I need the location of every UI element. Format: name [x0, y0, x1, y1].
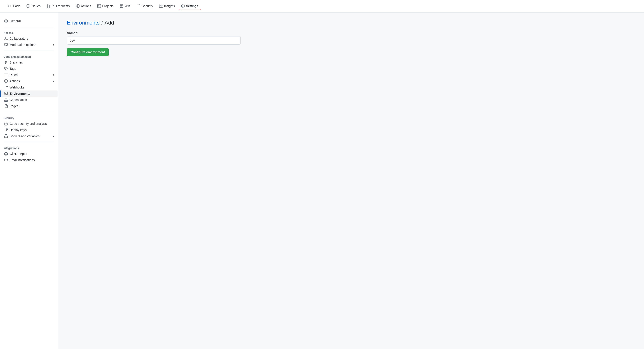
sidebar-item-github-apps[interactable]: GitHub Apps: [0, 151, 58, 157]
sidebar-divider-4: [4, 142, 54, 142]
nav-item-pull-requests[interactable]: Pull requests: [44, 2, 72, 10]
sidebar-label-deploy-keys: Deploy keys: [10, 128, 54, 132]
code-icon: [8, 4, 12, 8]
environments-icon: [4, 92, 8, 96]
actions-nav-icon: [76, 4, 80, 8]
nav-item-security[interactable]: Security: [134, 2, 156, 10]
sidebar-label-general: General: [10, 19, 54, 23]
sidebar-item-actions-sidebar[interactable]: Actions ▾: [0, 78, 58, 84]
codesecurity-icon: [4, 122, 8, 126]
breadcrumb: Environments / Add: [67, 20, 635, 26]
sidebar-item-pages[interactable]: Pages: [0, 103, 58, 109]
sidebar-item-deploy-keys[interactable]: Deploy keys: [0, 127, 58, 133]
top-nav: Code Issues Pull requests Actions Projec…: [0, 0, 644, 12]
page-layout: General Access Collaborators Moderation …: [0, 12, 644, 349]
sidebar-label-actions: Actions: [10, 79, 51, 83]
sidebar-label-codespaces: Codespaces: [10, 98, 54, 102]
nav-label-actions: Actions: [81, 4, 91, 8]
sidebar-section-code-automation: Code and automation: [0, 54, 58, 59]
sidebar-label-github-apps: GitHub Apps: [10, 152, 54, 156]
githubapp-icon: [4, 152, 8, 156]
shield-icon: [137, 4, 140, 8]
wiki-icon: [120, 4, 123, 8]
rules-icon: [4, 73, 8, 77]
sidebar-item-collaborators[interactable]: Collaborators: [0, 36, 58, 42]
name-label: Name *: [67, 31, 635, 35]
nav-label-pull-requests: Pull requests: [52, 4, 70, 8]
sidebar-label-moderation: Moderation options: [10, 43, 51, 46]
codespaces-icon: [4, 98, 8, 102]
sidebar-label-email-notifications: Email notifications: [10, 158, 54, 162]
nav-item-code[interactable]: Code: [5, 2, 23, 10]
sidebar-section-access: Access: [0, 30, 58, 36]
comment-icon: [4, 43, 8, 46]
actions-sidebar-icon: [4, 79, 8, 83]
person-icon: [4, 37, 8, 40]
sidebar-item-rules[interactable]: Rules ▾: [0, 72, 58, 78]
nav-label-issues: Issues: [32, 4, 40, 8]
sidebar-section-integrations: Integrations: [0, 145, 58, 151]
name-input[interactable]: [67, 36, 241, 44]
sidebar-item-moderation[interactable]: Moderation options ▾: [0, 42, 58, 48]
gear-sidebar-icon: [4, 19, 8, 23]
sidebar-item-webhooks[interactable]: Webhooks: [0, 84, 58, 90]
sidebar-item-branches[interactable]: Branches: [0, 59, 58, 66]
breadcrumb-current: Add: [104, 20, 114, 26]
sidebar-item-code-security[interactable]: Code security and analysis: [0, 120, 58, 127]
webhook-icon: [4, 86, 8, 89]
nav-label-insights: Insights: [164, 4, 175, 8]
nav-label-code: Code: [13, 4, 20, 8]
issue-icon: [26, 4, 30, 8]
chevron-secrets-icon: ▾: [53, 134, 54, 138]
sidebar-label-branches: Branches: [10, 60, 54, 64]
main-content: Environments / Add Name * Configure envi…: [58, 12, 644, 349]
nav-item-wiki[interactable]: Wiki: [117, 2, 133, 10]
configure-environment-button[interactable]: Configure environment: [67, 48, 109, 56]
sidebar-divider-2: [4, 50, 54, 51]
email-icon: [4, 158, 8, 162]
nav-item-issues[interactable]: Issues: [24, 2, 43, 10]
nav-item-actions[interactable]: Actions: [73, 2, 94, 10]
sidebar-label-code-security: Code security and analysis: [10, 122, 54, 126]
sidebar-label-secrets: Secrets and variables: [10, 134, 51, 138]
nav-label-wiki: Wiki: [124, 4, 130, 8]
chevron-down-icon: ▾: [53, 43, 54, 46]
nav-label-projects: Projects: [102, 4, 114, 8]
nav-item-projects[interactable]: Projects: [95, 2, 116, 10]
sidebar-item-email-notifications[interactable]: Email notifications: [0, 157, 58, 163]
sidebar: General Access Collaborators Moderation …: [0, 12, 58, 349]
sidebar-label-collaborators: Collaborators: [10, 37, 54, 40]
sidebar-label-rules: Rules: [10, 73, 51, 77]
pr-icon: [47, 4, 50, 8]
sidebar-divider-1: [4, 27, 54, 27]
nav-label-security: Security: [142, 4, 153, 8]
tag-icon: [4, 67, 8, 70]
nav-item-insights[interactable]: Insights: [156, 2, 178, 10]
sidebar-item-tags[interactable]: Tags: [0, 66, 58, 72]
sidebar-item-codespaces[interactable]: Codespaces: [0, 97, 58, 103]
projects-icon: [98, 4, 101, 8]
nav-item-settings[interactable]: Settings: [178, 2, 201, 10]
chevron-rules-icon: ▾: [53, 73, 54, 76]
sidebar-item-secrets[interactable]: Secrets and variables ▾: [0, 133, 58, 139]
secret-icon: [4, 134, 8, 138]
key-icon: [4, 128, 8, 132]
name-form-group: Name *: [67, 31, 635, 44]
nav-label-settings: Settings: [186, 4, 198, 8]
graph-icon: [159, 4, 163, 8]
sidebar-item-general[interactable]: General: [0, 18, 58, 24]
sidebar-label-environments: Environments: [10, 92, 54, 96]
sidebar-label-webhooks: Webhooks: [10, 86, 54, 89]
gear-nav-icon: [181, 4, 185, 8]
sidebar-section-security: Security: [0, 115, 58, 120]
breadcrumb-separator: /: [102, 20, 103, 26]
sidebar-label-pages: Pages: [10, 104, 54, 108]
breadcrumb-link[interactable]: Environments: [67, 20, 100, 26]
sidebar-label-tags: Tags: [10, 67, 54, 70]
branch-icon: [4, 60, 8, 64]
chevron-actions-icon: ▾: [53, 80, 54, 83]
pages-icon: [4, 104, 8, 108]
sidebar-item-environments[interactable]: Environments: [0, 90, 58, 97]
